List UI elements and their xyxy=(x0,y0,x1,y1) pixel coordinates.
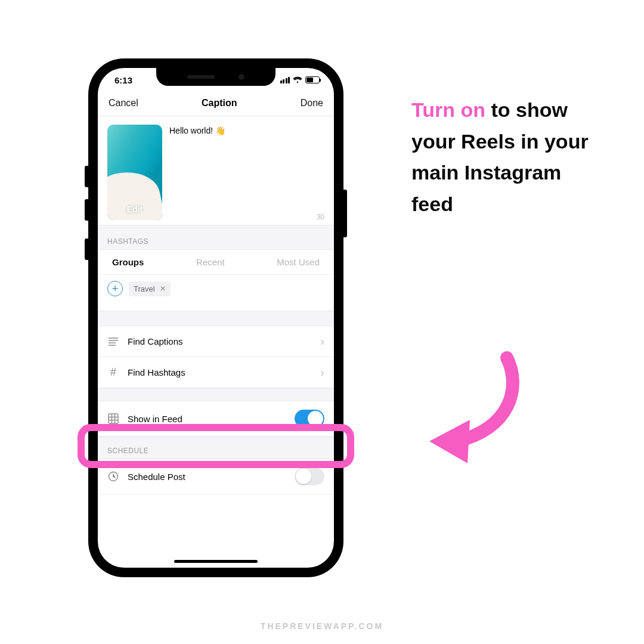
caption-text-field[interactable]: Hello world! 👋 xyxy=(169,125,225,220)
show-in-feed-toggle[interactable] xyxy=(295,410,324,428)
grid-icon xyxy=(107,413,119,424)
list-icon xyxy=(107,338,119,346)
chevron-right-icon: › xyxy=(320,335,324,348)
annotation-highlight: Turn on xyxy=(411,98,485,121)
nav-bar: Cancel Caption Done xyxy=(98,92,334,116)
done-button[interactable]: Done xyxy=(301,98,323,109)
home-indicator xyxy=(174,560,258,563)
schedule-post-row[interactable]: Schedule Post xyxy=(98,459,334,494)
caption-counter: 30 xyxy=(317,213,324,221)
clock-icon xyxy=(107,471,119,482)
battery-icon xyxy=(305,76,320,83)
chevron-right-icon: › xyxy=(320,366,324,379)
section-gap xyxy=(98,388,334,401)
add-hashtag-button[interactable]: + xyxy=(107,281,123,296)
hash-icon: # xyxy=(107,366,119,379)
cancel-button[interactable]: Cancel xyxy=(109,98,138,109)
tab-most-used[interactable]: Most Used xyxy=(277,257,320,267)
svg-rect-0 xyxy=(109,414,118,423)
status-time: 6:13 xyxy=(114,75,132,85)
schedule-post-label: Schedule Post xyxy=(128,472,286,482)
find-captions-row[interactable]: Find Captions › xyxy=(98,326,334,357)
cellular-signal-icon xyxy=(280,77,290,83)
annotation-text: Turn on to show your Reels in your main … xyxy=(411,94,590,220)
tab-groups[interactable]: Groups xyxy=(112,257,144,267)
find-hashtags-label: Find Hashtags xyxy=(128,367,312,377)
edit-media-label: Edit xyxy=(127,205,143,214)
hashtag-chip-bar: + Travel ✕ xyxy=(98,275,334,311)
schedule-post-toggle[interactable] xyxy=(295,467,324,485)
caption-area: Edit Hello world! 👋 30 xyxy=(98,116,334,225)
section-gap xyxy=(98,311,334,326)
show-in-feed-label: Show in Feed xyxy=(128,414,286,424)
remove-chip-icon[interactable]: ✕ xyxy=(160,284,166,293)
nav-title: Caption xyxy=(202,98,237,109)
phone-screen: 6:13 Cancel Caption Done Edit Hello worl… xyxy=(98,68,334,568)
hashtag-chip-label: Travel xyxy=(134,284,155,293)
callout-arrow-icon xyxy=(405,346,537,465)
find-hashtags-row[interactable]: # Find Hashtags › xyxy=(98,357,334,388)
show-in-feed-row[interactable]: Show in Feed xyxy=(98,401,334,436)
wifi-icon xyxy=(293,76,302,83)
tab-recent[interactable]: Recent xyxy=(196,257,225,267)
find-captions-label: Find Captions xyxy=(128,336,312,346)
hashtag-tabs: Groups Recent Most Used xyxy=(98,250,334,275)
watermark: THEPREVIEWAPP.COM xyxy=(261,621,383,631)
status-right xyxy=(280,76,320,83)
schedule-header: SCHEDULE xyxy=(98,436,334,459)
media-thumbnail[interactable]: Edit xyxy=(107,125,162,220)
notch xyxy=(156,68,275,86)
hashtag-chip[interactable]: Travel ✕ xyxy=(129,281,171,296)
hashtags-header: HASHTAGS xyxy=(98,225,334,250)
phone-frame: 6:13 Cancel Caption Done Edit Hello worl… xyxy=(88,58,343,577)
